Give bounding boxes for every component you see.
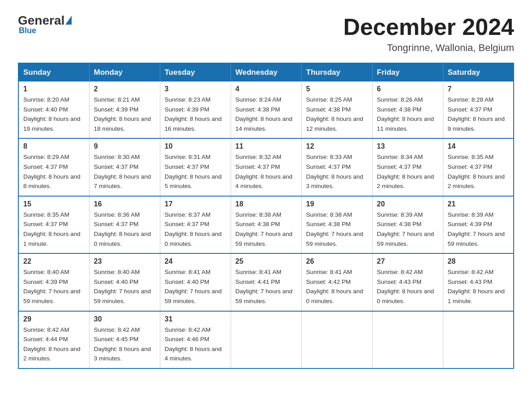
weekday-header-saturday: Saturday [443,63,514,81]
weekday-header-monday: Monday [89,63,160,81]
calendar-cell: 13 Sunrise: 8:34 AMSunset: 4:37 PMDaylig… [372,138,443,196]
day-number: 28 [448,257,509,265]
calendar-cell: 11 Sunrise: 8:32 AMSunset: 4:37 PMDaylig… [231,138,301,196]
day-number: 7 [448,85,509,93]
day-info: Sunrise: 8:24 AMSunset: 4:38 PMDaylight:… [236,95,297,133]
day-info: Sunrise: 8:25 AMSunset: 4:38 PMDaylight:… [306,95,368,133]
calendar-cell: 29 Sunrise: 8:42 AMSunset: 4:44 PMDaylig… [18,311,89,368]
day-number: 22 [23,257,85,265]
day-number: 18 [236,200,297,208]
day-number: 25 [236,257,297,265]
calendar-cell: 5 Sunrise: 8:25 AMSunset: 4:38 PMDayligh… [301,81,372,138]
day-info: Sunrise: 8:41 AMSunset: 4:40 PMDaylight:… [165,267,226,306]
calendar-cell: 2 Sunrise: 8:21 AMSunset: 4:39 PMDayligh… [89,81,160,138]
day-info: Sunrise: 8:26 AMSunset: 4:38 PMDaylight:… [377,95,438,133]
day-info: Sunrise: 8:41 AMSunset: 4:41 PMDaylight:… [236,267,297,306]
calendar-week-row: 8 Sunrise: 8:29 AMSunset: 4:37 PMDayligh… [18,138,514,196]
day-info: Sunrise: 8:42 AMSunset: 4:43 PMDaylight:… [448,267,509,306]
logo: General Blue [18,13,72,35]
logo-blue-label: Blue [19,26,36,35]
calendar-cell: 15 Sunrise: 8:35 AMSunset: 4:37 PMDaylig… [18,196,89,253]
day-number: 1 [23,85,85,93]
calendar-cell: 4 Sunrise: 8:24 AMSunset: 4:38 PMDayligh… [231,81,301,138]
calendar-cell: 10 Sunrise: 8:31 AMSunset: 4:37 PMDaylig… [160,138,231,196]
logo-triangle-icon [65,16,72,25]
day-info: Sunrise: 8:30 AMSunset: 4:37 PMDaylight:… [94,152,155,191]
calendar-cell [231,311,301,368]
day-info: Sunrise: 8:29 AMSunset: 4:37 PMDaylight:… [23,152,85,191]
day-info: Sunrise: 8:35 AMSunset: 4:37 PMDaylight:… [23,210,85,248]
day-info: Sunrise: 8:40 AMSunset: 4:39 PMDaylight:… [23,267,85,306]
calendar-cell: 14 Sunrise: 8:35 AMSunset: 4:37 PMDaylig… [443,138,514,196]
day-info: Sunrise: 8:41 AMSunset: 4:42 PMDaylight:… [306,267,368,306]
calendar-week-row: 29 Sunrise: 8:42 AMSunset: 4:44 PMDaylig… [18,311,514,368]
day-number: 26 [306,257,368,265]
day-info: Sunrise: 8:42 AMSunset: 4:46 PMDaylight:… [165,325,226,364]
day-info: Sunrise: 8:37 AMSunset: 4:37 PMDaylight:… [165,210,226,248]
calendar-cell: 1 Sunrise: 8:20 AMSunset: 4:40 PMDayligh… [18,81,89,138]
calendar-cell: 7 Sunrise: 8:28 AMSunset: 4:37 PMDayligh… [443,81,514,138]
day-number: 14 [448,142,509,150]
day-number: 19 [306,200,368,208]
calendar-cell: 3 Sunrise: 8:23 AMSunset: 4:39 PMDayligh… [160,81,231,138]
weekday-header-friday: Friday [372,63,443,81]
calendar-week-row: 22 Sunrise: 8:40 AMSunset: 4:39 PMDaylig… [18,253,514,311]
day-number: 8 [23,142,85,150]
day-number: 4 [236,85,297,93]
day-number: 23 [94,257,155,265]
day-number: 12 [306,142,368,150]
calendar-cell: 22 Sunrise: 8:40 AMSunset: 4:39 PMDaylig… [18,253,89,311]
day-number: 24 [165,257,226,265]
day-info: Sunrise: 8:38 AMSunset: 4:38 PMDaylight:… [306,210,368,248]
day-number: 29 [23,315,85,323]
calendar-week-row: 1 Sunrise: 8:20 AMSunset: 4:40 PMDayligh… [18,81,514,138]
weekday-header-wednesday: Wednesday [231,63,301,81]
calendar-cell: 23 Sunrise: 8:40 AMSunset: 4:40 PMDaylig… [89,253,160,311]
page-header: General Blue December 2024 Tongrinne, Wa… [18,13,514,54]
day-number: 13 [377,142,438,150]
day-number: 5 [306,85,368,93]
calendar-cell: 19 Sunrise: 8:38 AMSunset: 4:38 PMDaylig… [301,196,372,253]
calendar-cell [443,311,514,368]
calendar-cell: 27 Sunrise: 8:42 AMSunset: 4:43 PMDaylig… [372,253,443,311]
day-number: 16 [94,200,155,208]
day-info: Sunrise: 8:23 AMSunset: 4:39 PMDaylight:… [165,95,226,133]
calendar-cell: 28 Sunrise: 8:42 AMSunset: 4:43 PMDaylig… [443,253,514,311]
weekday-header-tuesday: Tuesday [160,63,231,81]
calendar-cell: 31 Sunrise: 8:42 AMSunset: 4:46 PMDaylig… [160,311,231,368]
day-number: 3 [165,85,226,93]
weekday-header-thursday: Thursday [301,63,372,81]
calendar-cell: 18 Sunrise: 8:38 AMSunset: 4:38 PMDaylig… [231,196,301,253]
day-number: 2 [94,85,155,93]
day-info: Sunrise: 8:36 AMSunset: 4:37 PMDaylight:… [94,210,155,248]
calendar-cell: 17 Sunrise: 8:37 AMSunset: 4:37 PMDaylig… [160,196,231,253]
calendar-cell: 20 Sunrise: 8:39 AMSunset: 4:38 PMDaylig… [372,196,443,253]
day-info: Sunrise: 8:39 AMSunset: 4:38 PMDaylight:… [377,210,438,248]
calendar-cell: 30 Sunrise: 8:42 AMSunset: 4:45 PMDaylig… [89,311,160,368]
title-block: December 2024 Tongrinne, Wallonia, Belgi… [343,13,514,54]
day-info: Sunrise: 8:21 AMSunset: 4:39 PMDaylight:… [94,95,155,133]
day-number: 21 [448,200,509,208]
calendar-week-row: 15 Sunrise: 8:35 AMSunset: 4:37 PMDaylig… [18,196,514,253]
day-number: 17 [165,200,226,208]
weekday-header-sunday: Sunday [18,63,89,81]
day-number: 30 [94,315,155,323]
calendar-cell: 16 Sunrise: 8:36 AMSunset: 4:37 PMDaylig… [89,196,160,253]
day-info: Sunrise: 8:20 AMSunset: 4:40 PMDaylight:… [23,95,85,133]
calendar-cell: 25 Sunrise: 8:41 AMSunset: 4:41 PMDaylig… [231,253,301,311]
day-number: 20 [377,200,438,208]
day-info: Sunrise: 8:38 AMSunset: 4:38 PMDaylight:… [236,210,297,248]
day-number: 15 [23,200,85,208]
day-info: Sunrise: 8:32 AMSunset: 4:37 PMDaylight:… [236,152,297,191]
day-info: Sunrise: 8:40 AMSunset: 4:40 PMDaylight:… [94,267,155,306]
weekday-header-row: SundayMondayTuesdayWednesdayThursdayFrid… [18,63,514,81]
calendar-cell [301,311,372,368]
month-title: December 2024 [343,13,514,40]
day-info: Sunrise: 8:35 AMSunset: 4:37 PMDaylight:… [448,152,509,191]
calendar-cell: 24 Sunrise: 8:41 AMSunset: 4:40 PMDaylig… [160,253,231,311]
calendar-table: SundayMondayTuesdayWednesdayThursdayFrid… [18,63,514,369]
day-info: Sunrise: 8:33 AMSunset: 4:37 PMDaylight:… [306,152,368,191]
calendar-cell: 9 Sunrise: 8:30 AMSunset: 4:37 PMDayligh… [89,138,160,196]
day-number: 10 [165,142,226,150]
calendar-cell [372,311,443,368]
